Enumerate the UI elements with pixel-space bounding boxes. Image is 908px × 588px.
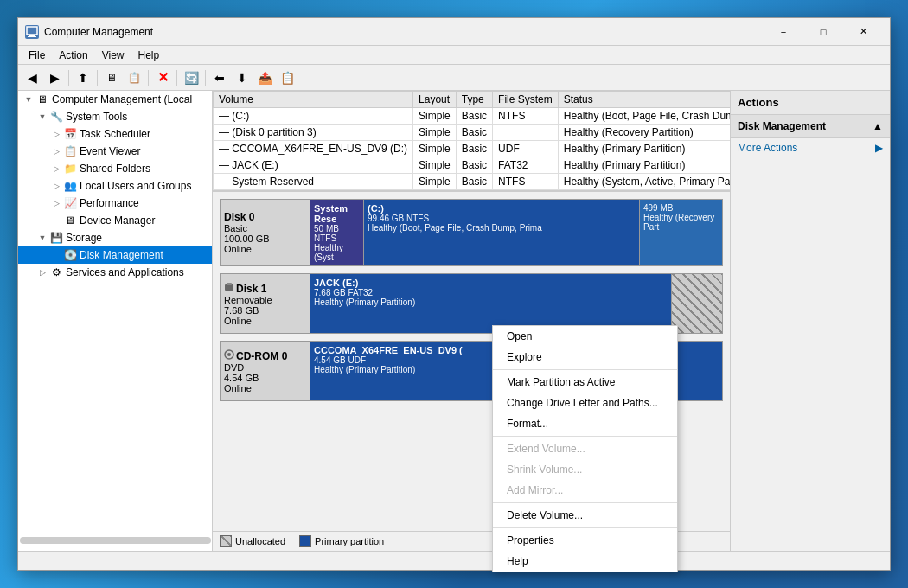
partition-size: 99.46 GB NTFS [368, 214, 636, 223]
close-button[interactable]: ✕ [843, 18, 883, 46]
partition-size: 499 MB [643, 203, 719, 213]
sidebar-item-local-users[interactable]: ▷ 👥 Local Users and Groups [18, 177, 212, 195]
sidebar-item-computer-management[interactable]: ▼ 🖥 Computer Management (Local [18, 91, 212, 108]
window-title: Computer Management [44, 26, 764, 38]
col-type[interactable]: Type [456, 92, 492, 108]
legend-unallocated-box [220, 535, 232, 547]
menu-file[interactable]: File [22, 48, 52, 63]
ctx-change-drive-letter[interactable]: Change Drive Letter and Paths... [493, 393, 677, 413]
sidebar-item-device-manager[interactable]: 🖥 Device Manager [18, 212, 212, 229]
sidebar-item-services[interactable]: ▷ ⚙ Services and Applications [18, 264, 212, 281]
menu-action[interactable]: Action [52, 48, 94, 63]
partition-unallocated[interactable] [672, 274, 722, 333]
properties-button[interactable]: 📋 [124, 68, 144, 87]
partition-size: 50 MB NTFS [314, 224, 360, 243]
sidebar: ▼ 🖥 Computer Management (Local ▼ 🔧 Syste… [18, 91, 213, 551]
legend-unallocated: Unallocated [220, 535, 285, 547]
disk-0-row: Disk 0 Basic 100.00 GB Online System Res… [220, 199, 723, 266]
ctx-properties[interactable]: Properties [493, 530, 677, 551]
expand-icon-9 [49, 248, 63, 262]
col-layout[interactable]: Layout [413, 92, 457, 108]
cell-status: Healthy (Primary Partition) [558, 141, 730, 157]
ctx-sep-2 [493, 436, 677, 437]
ctx-shrink-volume: Shrink Volume... [493, 459, 677, 480]
table-row[interactable]: — (Disk 0 partition 3) Simple Basic Heal… [214, 125, 731, 141]
minimize-button[interactable]: − [764, 18, 803, 46]
sidebar-scrollbar[interactable] [18, 537, 213, 544]
partition-c[interactable]: (C:) 99.46 GB NTFS Healthy (Boot, Page F… [364, 200, 640, 265]
new-window-button[interactable]: 📤 [254, 68, 275, 87]
ctx-explore[interactable]: Explore [493, 347, 677, 368]
ctx-mark-active[interactable]: Mark Partition as Active [493, 372, 677, 393]
disk-management-section[interactable]: Disk Management ▲ [731, 115, 890, 138]
ctx-help[interactable]: Help [493, 551, 677, 572]
disk-0-info: Disk 0 Basic 100.00 GB Online [220, 199, 310, 266]
cell-type: Basic [456, 108, 492, 125]
sidebar-item-storage[interactable]: ▼ 💾 Storage [18, 229, 212, 246]
sidebar-label-3: Event Viewer [80, 145, 140, 157]
col-volume[interactable]: Volume [214, 92, 413, 108]
cell-fs [493, 125, 559, 141]
toolbar-separator-2 [97, 70, 98, 86]
actions-panel: Actions Disk Management ▲ More Actions ▶ [730, 91, 890, 551]
disk-1-type: Removable [224, 295, 306, 305]
table-row[interactable]: — JACK (E:) Simple Basic FAT32 Healthy (… [214, 157, 731, 174]
expand-icon-6: ▷ [49, 196, 63, 210]
disk-0-size: 100.00 GB [224, 233, 306, 244]
sidebar-label-6: Performance [80, 197, 139, 209]
menu-help[interactable]: Help [131, 48, 167, 63]
partition-recovery[interactable]: 499 MB Healthy (Recovery Part [640, 200, 722, 265]
cell-volume: — System Reserved [214, 174, 413, 190]
stop-button[interactable]: ✕ [152, 68, 173, 87]
sidebar-item-disk-management[interactable]: 💽 Disk Management [18, 246, 212, 264]
ctx-open[interactable]: Open [493, 326, 677, 347]
col-status[interactable]: Status [558, 92, 730, 108]
more-actions-label: More Actions [738, 142, 797, 154]
table-row[interactable]: — (C:) Simple Basic NTFS Healthy (Boot, … [214, 108, 731, 125]
ctx-format[interactable]: Format... [493, 413, 677, 434]
partition-status: Healthy (Boot, Page File, Crash Dump, Pr… [368, 223, 636, 233]
ctx-add-mirror: Add Mirror... [493, 480, 677, 501]
shared-folders-icon: 📁 [63, 162, 77, 176]
sidebar-item-event-viewer[interactable]: ▷ 📋 Event Viewer [18, 143, 212, 160]
disk-0-type: Basic [224, 223, 306, 233]
cell-type: Basic [456, 174, 492, 190]
col-fs[interactable]: File System [493, 92, 559, 108]
partition-jack[interactable]: JACK (E:) 7.68 GB FAT32 Healthy (Primary… [310, 274, 672, 333]
cell-volume: — (Disk 0 partition 3) [214, 125, 413, 141]
sidebar-item-system-tools[interactable]: ▼ 🔧 System Tools [18, 108, 212, 125]
sidebar-label-1: System Tools [66, 111, 127, 123]
sidebar-item-task-scheduler[interactable]: ▷ 📅 Task Scheduler [18, 125, 212, 143]
legend-primary-box [299, 535, 311, 547]
legend-primary-label: Primary partition [315, 536, 384, 546]
more-actions-link[interactable]: More Actions ▶ [731, 138, 890, 157]
refresh-button[interactable]: 🔄 [181, 68, 201, 87]
table-row[interactable]: — System Reserved Simple Basic NTFS Heal… [214, 174, 731, 190]
task-scheduler-icon: 📅 [63, 127, 77, 141]
sidebar-item-performance[interactable]: ▷ 📈 Performance [18, 195, 212, 212]
forward-button[interactable]: ▶ [44, 68, 65, 87]
ctx-delete-volume[interactable]: Delete Volume... [493, 505, 677, 526]
partition-system-reserved[interactable]: System Rese 50 MB NTFS Healthy (Syst [310, 200, 364, 265]
system-tools-icon: 🔧 [49, 110, 63, 124]
cell-layout: Simple [413, 141, 457, 157]
maximize-button[interactable]: □ [803, 18, 843, 46]
table-row[interactable]: — CCCOMA_X64FRE_EN-US_DV9 (D:) Simple Ba… [214, 141, 731, 157]
ctx-sep-3 [493, 502, 677, 503]
menu-view[interactable]: View [95, 48, 131, 63]
sidebar-item-shared-folders[interactable]: ▷ 📁 Shared Folders [18, 160, 212, 177]
svg-rect-0 [27, 27, 37, 35]
copy-button[interactable]: 📋 [277, 68, 297, 87]
sidebar-label-4: Shared Folders [80, 163, 150, 175]
back-button[interactable]: ◀ [22, 68, 42, 87]
export-button[interactable]: ⬅ [209, 68, 230, 87]
ctx-extend-volume: Extend Volume... [493, 438, 677, 459]
expand-icon-8: ▼ [35, 231, 49, 245]
toolbar-separator-4 [176, 70, 177, 86]
actions-panel-title: Actions [731, 91, 890, 115]
expand-icon-7 [49, 214, 63, 227]
up-button[interactable]: ⬆ [73, 68, 93, 87]
help-button2[interactable]: ⬇ [232, 68, 253, 87]
show-hide-button[interactable]: 🖥 [101, 68, 122, 87]
cell-status: Healthy (Primary Partition) [558, 157, 730, 174]
